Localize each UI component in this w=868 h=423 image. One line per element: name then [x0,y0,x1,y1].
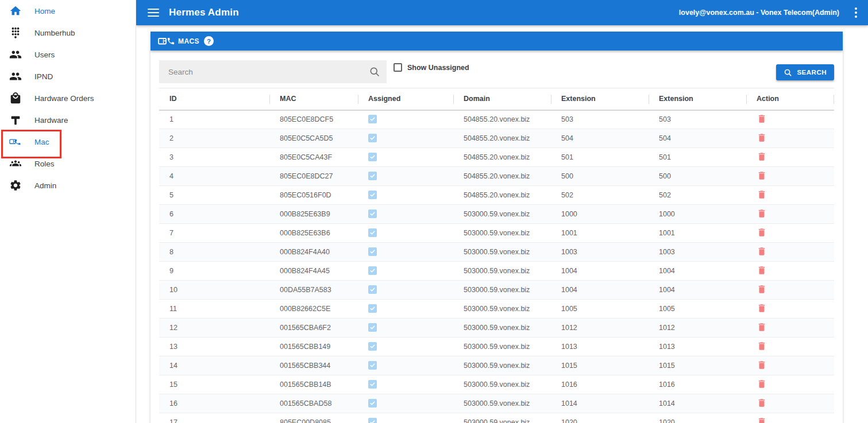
column-header-mac: MAC [269,88,358,110]
cell-action [746,148,834,167]
delete-icon[interactable] [757,170,767,181]
cell-domain: 503000.59.vonex.biz [453,224,551,243]
column-header-extension-2: Extension [649,88,746,110]
cell-id: 9 [159,262,269,281]
delete-icon[interactable] [757,379,767,389]
mac-phone-icon [9,135,22,148]
cell-extension-1: 1014 [551,394,649,413]
table-row: 5805EC0516F0D504855.20.vonex.biz502502 [159,186,834,205]
search-button[interactable]: SEARCH [776,64,834,80]
delete-icon[interactable] [757,133,767,143]
delete-icon[interactable] [757,398,767,408]
sidebar-item-roles[interactable]: Roles [0,153,136,174]
delete-icon[interactable] [757,322,767,332]
cell-domain: 503000.59.vonex.biz [453,243,551,262]
delete-icon[interactable] [757,341,767,351]
bag-icon [9,92,22,104]
user-account-label: lovely@vonex.com.au - Vonex Telecom(Admi… [679,9,839,17]
cell-mac: 000B824F4A40 [269,243,358,262]
cell-assigned [358,167,453,186]
cell-domain: 504855.20.vonex.biz [453,186,551,205]
delete-icon[interactable] [757,284,767,294]
cell-id: 13 [159,337,269,356]
column-header-action: Action [746,88,834,110]
sidebar-item-admin[interactable]: Admin [0,174,136,196]
assigned-checkbox [368,228,377,237]
delete-icon[interactable] [757,360,767,370]
cell-extension-1: 502 [551,186,649,205]
column-header-id: ID [159,88,269,110]
table-row: 13001565CBB149503000.59.vonex.biz1013101… [159,337,834,356]
cell-id: 16 [159,394,269,413]
delete-icon[interactable] [757,303,767,313]
delete-icon[interactable] [757,246,767,257]
appbar: Hermes Admin lovely@vonex.com.au - Vonex… [136,0,868,25]
cell-id: 17 [159,413,269,423]
sidebar-item-users[interactable]: Users [0,44,136,65]
delete-icon[interactable] [757,265,767,275]
assigned-checkbox [368,304,377,313]
search-input[interactable] [159,60,387,83]
sidebar-item-hardware[interactable]: Hardware [0,109,136,131]
sidebar-item-ipnd[interactable]: IPND [0,65,136,87]
cell-extension-2: 1003 [649,243,746,262]
cell-mac: 805E0C5CA43F [269,148,358,167]
table-row: 1805EC0E8DCF5504855.20.vonex.biz503503 [159,110,834,129]
cell-mac: 001565CBB344 [269,356,358,375]
assigned-checkbox [368,285,377,294]
delete-icon[interactable] [757,189,767,200]
assigned-checkbox [368,115,377,123]
cell-action [746,186,834,205]
sidebar-item-numberhub[interactable]: Numberhub [0,22,136,44]
table-row: 8000B824F4A40503000.59.vonex.biz10031003 [159,243,834,262]
people-icon [9,48,22,61]
sidebar-item-mac[interactable]: Mac [0,131,136,153]
assigned-checkbox [368,153,377,161]
sidebar-item-home[interactable]: Home [0,0,136,22]
cell-id: 1 [159,110,269,129]
cell-action [746,337,834,356]
cell-extension-1: 1020 [551,413,649,423]
cell-domain: 503000.59.vonex.biz [453,300,551,319]
show-unassigned-checkbox-group[interactable]: Show Unassigned [394,63,469,72]
sidebar-item-hardware-orders[interactable]: Hardware Orders [0,87,136,109]
assigned-checkbox [368,380,377,389]
cell-extension-2: 501 [649,148,746,167]
help-icon[interactable]: ? [204,36,214,46]
cell-mac: 805EC00D8085 [269,413,358,423]
table-row: 9000B824F4A45503000.59.vonex.biz10041004 [159,262,834,281]
cell-action [746,224,834,243]
cell-assigned [358,129,453,148]
delete-icon[interactable] [757,227,767,238]
table-row: 14001565CBB344503000.59.vonex.biz1015101… [159,356,834,375]
tab-macs[interactable]: MACS ? [151,32,221,51]
cell-action [746,243,834,262]
cell-action [746,319,834,337]
cell-extension-1: 1004 [551,262,649,281]
more-options-icon[interactable] [847,4,865,21]
tab-macs-label: MACS [178,37,199,45]
assigned-checkbox [368,342,377,351]
cell-assigned [358,300,453,319]
show-unassigned-checkbox[interactable] [394,63,402,72]
cell-mac: 805EC0E8DC27 [269,167,358,186]
cell-extension-2: 1001 [649,224,746,243]
cell-assigned [358,205,453,224]
cell-assigned [358,375,453,394]
delete-icon[interactable] [757,208,767,219]
menu-icon[interactable] [148,9,159,17]
delete-icon[interactable] [757,152,767,162]
macs-panel: Show Unassigned SEARCH IDMACAssignedDoma… [151,51,843,423]
cell-domain: 503000.59.vonex.biz [453,319,551,337]
assigned-checkbox [368,134,377,142]
cell-domain: 503000.59.vonex.biz [453,337,551,356]
cell-mac: 805EC0E8DCF5 [269,110,358,129]
search-field [159,60,387,83]
delete-icon[interactable] [757,114,767,124]
delete-icon[interactable] [757,417,767,423]
cell-id: 14 [159,356,269,375]
cell-action [746,129,834,148]
macs-table: IDMACAssignedDomainExtensionExtensionAct… [159,88,834,423]
sidebar-item-label: Hardware [34,116,68,125]
cell-id: 15 [159,375,269,394]
